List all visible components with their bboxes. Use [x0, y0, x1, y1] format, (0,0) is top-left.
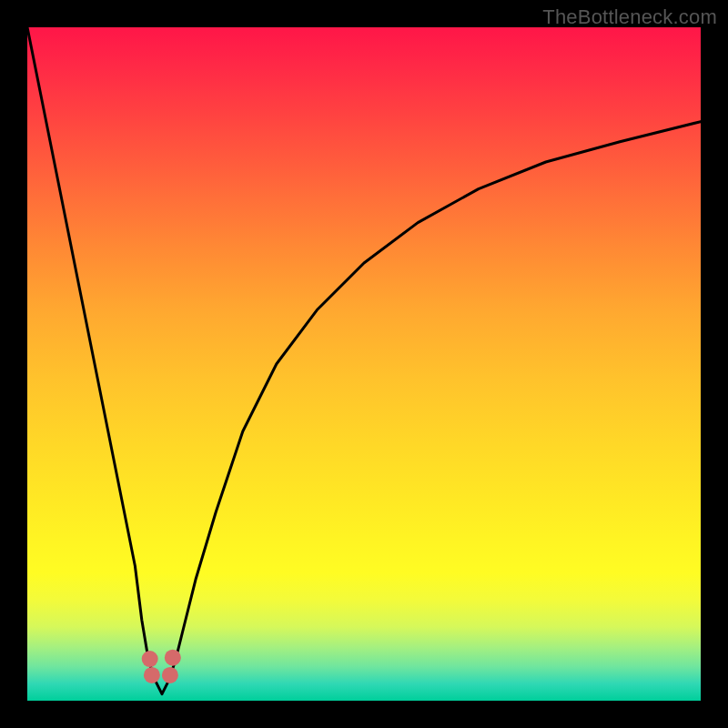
watermark-text: TheBottleneck.com — [542, 5, 717, 29]
gradient-background — [27, 27, 701, 701]
plot-area — [27, 27, 701, 701]
chart-canvas: TheBottleneck.com — [0, 0, 728, 728]
